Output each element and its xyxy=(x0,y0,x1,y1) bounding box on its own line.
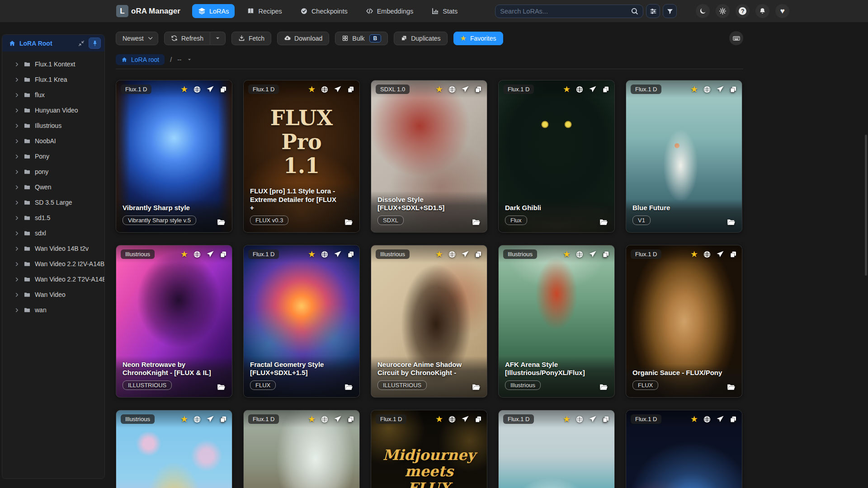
copy-icon[interactable] xyxy=(474,250,482,258)
sidebar-folder-item[interactable]: flux xyxy=(2,87,104,103)
refresh-button[interactable]: Refresh xyxy=(164,32,210,45)
keyboard-shortcuts-button[interactable] xyxy=(729,31,743,45)
sidebar-folder-item[interactable]: Flux.1 Krea xyxy=(2,72,104,87)
globe-icon[interactable] xyxy=(193,415,201,423)
favorite-star-icon[interactable]: ★ xyxy=(690,415,698,423)
lora-card[interactable]: FLUX Pro 1.1 Flux.1 D ★ FLUX [pro] 1.1 S… xyxy=(243,80,360,233)
lora-card[interactable]: Flux.1 D ★ xyxy=(626,410,742,488)
favorite-star-icon[interactable]: ★ xyxy=(308,415,316,423)
send-icon[interactable] xyxy=(461,85,469,94)
lora-card[interactable]: Illustrious ★ xyxy=(116,410,232,488)
favorites-nav-button[interactable]: ♥ xyxy=(775,4,789,18)
favorite-star-icon[interactable]: ★ xyxy=(563,250,571,258)
send-icon[interactable] xyxy=(334,250,342,258)
send-icon[interactable] xyxy=(334,415,342,423)
notifications-button[interactable] xyxy=(755,4,769,18)
copy-icon[interactable] xyxy=(602,85,610,94)
nav-tab-embeddings[interactable]: Embeddings xyxy=(360,4,420,18)
copy-icon[interactable] xyxy=(347,85,355,94)
globe-icon[interactable] xyxy=(703,85,711,94)
sidebar-folder-item[interactable]: Hunyuan Video xyxy=(2,103,104,118)
globe-icon[interactable] xyxy=(448,415,456,423)
sidebar-folder-item[interactable]: sd1.5 xyxy=(2,210,104,225)
favorite-star-icon[interactable]: ★ xyxy=(690,250,698,258)
filter-button[interactable] xyxy=(663,4,677,18)
send-icon[interactable] xyxy=(461,250,469,258)
lora-card[interactable]: Illustrious ★ Neurocore Anime Shadow Cir… xyxy=(371,245,487,398)
sidebar-folder-item[interactable]: Flux.1 Kontext xyxy=(2,56,104,72)
globe-icon[interactable] xyxy=(703,250,711,258)
open-folder-icon[interactable] xyxy=(217,382,226,392)
copy-icon[interactable] xyxy=(729,85,737,94)
sidebar-folder-item[interactable]: sdxl xyxy=(2,225,104,241)
globe-icon[interactable] xyxy=(576,250,584,258)
open-folder-icon[interactable] xyxy=(726,217,736,227)
pin-sidebar-button[interactable] xyxy=(89,38,101,49)
sidebar-folder-item[interactable]: Wan Video 2.2 T2V-A14B xyxy=(2,272,104,287)
refresh-options-button[interactable] xyxy=(210,32,226,45)
globe-icon[interactable] xyxy=(576,85,584,94)
copy-icon[interactable] xyxy=(474,415,482,423)
breadcrumb-caret-icon[interactable] xyxy=(187,57,192,62)
lora-card[interactable]: Midjourney meets FLUX Flux.1 D ★ xyxy=(371,410,487,488)
favorite-star-icon[interactable]: ★ xyxy=(690,85,698,94)
favorite-star-icon[interactable]: ★ xyxy=(180,415,188,423)
nav-tab-recipes[interactable]: Recipes xyxy=(241,4,288,18)
open-folder-icon[interactable] xyxy=(344,217,354,227)
sidebar-folder-item[interactable]: Wan Video xyxy=(2,287,104,302)
send-icon[interactable] xyxy=(589,415,597,423)
theme-toggle-button[interactable] xyxy=(696,4,710,18)
sidebar-folder-item[interactable]: wan xyxy=(2,302,104,318)
send-icon[interactable] xyxy=(716,415,724,423)
open-folder-icon[interactable] xyxy=(217,217,226,227)
favorite-star-icon[interactable]: ★ xyxy=(180,85,188,94)
breadcrumb-root[interactable]: LoRA root xyxy=(116,54,165,65)
open-folder-icon[interactable] xyxy=(599,217,609,227)
duplicates-button[interactable]: Duplicates xyxy=(394,32,447,45)
bulk-button[interactable]: Bulk B xyxy=(335,32,388,45)
open-folder-icon[interactable] xyxy=(344,382,354,392)
favorites-filter-button[interactable]: ★ Favorites xyxy=(453,32,503,45)
favorite-star-icon[interactable]: ★ xyxy=(180,250,188,258)
sidebar-folder-item[interactable]: Illustrious xyxy=(2,118,104,133)
sort-dropdown[interactable]: Newest xyxy=(116,32,158,45)
page-scrollbar[interactable] xyxy=(865,135,867,276)
sidebar-folder-item[interactable]: Wan Video 2.2 I2V-A14B xyxy=(2,256,104,272)
copy-icon[interactable] xyxy=(219,250,227,258)
lora-card[interactable]: Flux.1 D ★ Blue Future V1 xyxy=(626,80,742,233)
favorite-star-icon[interactable]: ★ xyxy=(435,250,443,258)
open-folder-icon[interactable] xyxy=(726,382,736,392)
nav-tab-loras[interactable]: LoRAs xyxy=(192,4,235,18)
lora-card[interactable]: Flux.1 D ★ Dark Ghibli Flux xyxy=(498,80,615,233)
open-folder-icon[interactable] xyxy=(472,382,481,392)
nav-tab-stats[interactable]: Stats xyxy=(425,4,463,18)
help-button[interactable]: ? xyxy=(736,4,750,18)
globe-icon[interactable] xyxy=(193,250,201,258)
send-icon[interactable] xyxy=(589,85,597,94)
lora-card[interactable]: Illustrious ★ AFK Arena Style [Illustrio… xyxy=(498,245,615,398)
search-options-button[interactable] xyxy=(646,4,660,18)
sidebar-folder-item[interactable]: Qwen xyxy=(2,179,104,195)
send-icon[interactable] xyxy=(206,250,214,258)
copy-icon[interactable] xyxy=(729,250,737,258)
copy-icon[interactable] xyxy=(729,415,737,423)
open-folder-icon[interactable] xyxy=(472,217,481,227)
send-icon[interactable] xyxy=(461,415,469,423)
sidebar-folder-item[interactable]: NoobAI xyxy=(2,133,104,149)
sidebar-folder-item[interactable]: SD 3.5 Large xyxy=(2,195,104,210)
globe-icon[interactable] xyxy=(321,415,329,423)
lora-card[interactable]: Flux.1 D ★ Fractal Geometry Style [FLUX+… xyxy=(243,245,360,398)
sidebar-header[interactable]: LoRA Root xyxy=(2,35,104,52)
search-input[interactable] xyxy=(500,8,631,15)
copy-icon[interactable] xyxy=(347,415,355,423)
copy-icon[interactable] xyxy=(219,85,227,94)
globe-icon[interactable] xyxy=(448,85,456,94)
lora-card[interactable]: Flux.1 D ★ Vibrantly Sharp style Vibrant… xyxy=(116,80,232,233)
send-icon[interactable] xyxy=(716,250,724,258)
favorite-star-icon[interactable]: ★ xyxy=(563,85,571,94)
lora-card[interactable]: Flux.1 D ★ xyxy=(498,410,615,488)
copy-icon[interactable] xyxy=(602,250,610,258)
sidebar-folder-item[interactable]: Wan Video 14B t2v xyxy=(2,241,104,256)
favorite-star-icon[interactable]: ★ xyxy=(435,415,443,423)
globe-icon[interactable] xyxy=(193,85,201,94)
